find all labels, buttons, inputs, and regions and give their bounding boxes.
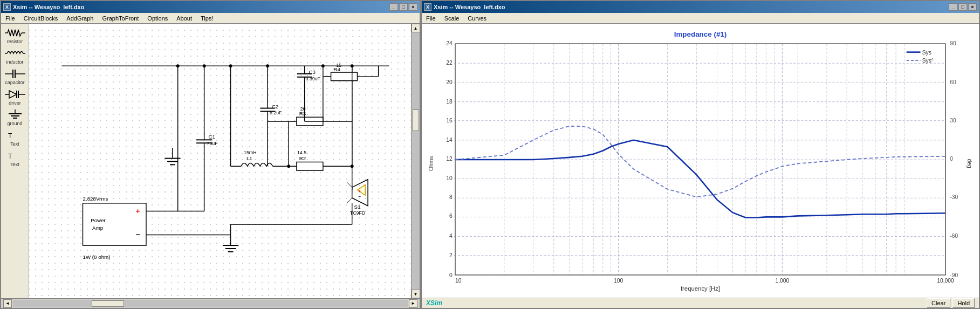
svg-point-98 [203, 64, 206, 67]
comp-text1[interactable]: T Text [3, 128, 28, 148]
menu-scale[interactable]: Scale [442, 14, 462, 23]
scroll-right-btn[interactable]: ► [409, 299, 417, 308]
svg-point-104 [351, 164, 354, 168]
maximize-btn-left[interactable]: □ [399, 3, 408, 11]
menu-addgraph[interactable]: AddGraph [64, 14, 95, 23]
menu-about[interactable]: About [174, 14, 194, 23]
svg-line-86 [347, 182, 352, 188]
close-btn-left[interactable]: × [409, 3, 417, 11]
svg-text:Amp: Amp [92, 225, 104, 231]
scroll-left-btn[interactable]: ◄ [3, 299, 12, 308]
svg-point-102 [351, 64, 354, 67]
svg-text:Ohms: Ohms [428, 156, 434, 171]
menu-file-right[interactable]: File [424, 14, 438, 23]
svg-marker-9 [9, 91, 17, 98]
comp-resistor-label: resistor [7, 39, 23, 44]
impedance-chart: Impedance (#1) .grid-line { stroke: #bbb… [422, 24, 979, 298]
svg-text:10,000: 10,000 [937, 278, 954, 284]
hold-button[interactable]: Hold [952, 298, 975, 308]
svg-text:+: + [135, 207, 140, 215]
comp-resistor[interactable]: resistor [3, 26, 28, 45]
right-content: Impedance (#1) .grid-line { stroke: #bbb… [422, 24, 979, 308]
right-window: X Xsim -- Wesayso_left.dxo _ □ × File Sc… [421, 0, 980, 309]
scroll-down-btn[interactable]: ▼ [412, 290, 420, 298]
circuit-area[interactable]: Power Amp + − 2.828Vrms 1W (8 ohm) [29, 24, 411, 298]
svg-text:14.5: 14.5 [297, 150, 306, 155]
right-title-buttons: _ □ × [949, 3, 977, 11]
svg-text:L1: L1 [246, 155, 252, 161]
svg-text:12: 12 [446, 156, 453, 162]
svg-text:100: 100 [614, 278, 623, 284]
svg-text:Sys: Sys [922, 50, 931, 56]
svg-text:0.39uF: 0.39uF [306, 76, 321, 81]
xsim-label: XSim [426, 299, 442, 307]
comp-inductor[interactable]: inductor [3, 46, 28, 66]
svg-point-101 [321, 64, 325, 67]
svg-point-100 [266, 64, 269, 67]
menu-options-left[interactable]: Options [145, 14, 170, 23]
left-title-buttons: _ □ × [389, 3, 417, 11]
left-window-title: Xsim -- Wesayso_left.dxo [13, 4, 84, 10]
svg-text:60: 60 [950, 79, 956, 85]
comp-ground[interactable]: ground [3, 108, 28, 127]
comp-driver[interactable]: driver [3, 87, 28, 107]
text2-symbol: T [4, 150, 26, 162]
scroll-thumb-v[interactable] [413, 109, 419, 131]
svg-text:10: 10 [446, 175, 453, 181]
clear-button[interactable]: Clear [927, 298, 950, 308]
svg-text:Power: Power [91, 217, 106, 223]
circuit-svg: Power Amp + − 2.828Vrms 1W (8 ohm) [29, 24, 411, 298]
svg-text:16: 16 [446, 118, 453, 123]
svg-text:18: 18 [446, 99, 453, 105]
minimize-btn-left[interactable]: _ [389, 3, 398, 11]
svg-text:15mH: 15mH [244, 150, 256, 155]
text1-symbol: T [4, 129, 26, 141]
svg-text:2.828Vrms: 2.828Vrms [83, 196, 108, 202]
left-title-bar: X Xsim -- Wesayso_left.dxo _ □ × [1, 1, 420, 13]
svg-rect-51 [297, 162, 323, 170]
component-sidebar: resistor inductor [1, 24, 29, 298]
svg-text:S1: S1 [354, 204, 361, 210]
left-title-left: X Xsim -- Wesayso_left.dxo [3, 3, 84, 11]
right-menu-bar: File Scale Curves [422, 13, 979, 24]
svg-text:Impedance (#1): Impedance (#1) [674, 30, 727, 38]
svg-text:-30: -30 [950, 194, 958, 200]
scroll-track-v [412, 32, 420, 290]
svg-text:R2: R2 [299, 155, 306, 161]
svg-text:20: 20 [446, 79, 453, 85]
svg-text:T: T [8, 153, 12, 160]
svg-text:14: 14 [446, 137, 453, 143]
svg-text:0: 0 [449, 272, 453, 278]
app-icon-right: X [424, 3, 431, 11]
comp-text2[interactable]: T Text [3, 149, 28, 168]
svg-text:−: − [135, 231, 140, 239]
scrollbar-vertical[interactable]: ▲ ▼ [411, 24, 420, 298]
svg-text:+: + [358, 189, 361, 194]
comp-capacitor[interactable]: capacitor [3, 67, 28, 86]
left-content: resistor inductor [1, 24, 420, 298]
scroll-up-btn[interactable]: ▲ [412, 24, 420, 32]
scroll-thumb-h[interactable] [92, 300, 124, 307]
maximize-btn-right[interactable]: □ [958, 3, 967, 11]
right-title-bar: X Xsim -- Wesayso_left.dxo _ □ × [422, 1, 979, 13]
menu-curves[interactable]: Curves [465, 14, 489, 23]
svg-point-97 [176, 64, 180, 67]
svg-text:30: 30 [950, 118, 956, 123]
menu-graphtofront[interactable]: GraphToFront [100, 14, 141, 23]
resistor-symbol [4, 27, 26, 39]
app-icon-left: X [3, 3, 11, 11]
svg-text:6: 6 [449, 213, 453, 219]
menu-tips[interactable]: Tips! [198, 14, 215, 23]
svg-text:C3: C3 [309, 69, 315, 75]
svg-text:90: 90 [950, 40, 956, 46]
menu-file-left[interactable]: File [3, 14, 17, 23]
svg-text:C1: C1 [208, 134, 215, 140]
svg-text:22: 22 [446, 60, 453, 66]
minimize-btn-right[interactable]: _ [949, 3, 957, 11]
close-btn-right[interactable]: × [968, 3, 977, 11]
svg-text:−: − [358, 194, 361, 199]
svg-rect-77 [331, 72, 358, 81]
menu-circuitblocks[interactable]: CircuitBlocks [22, 14, 60, 23]
svg-line-87 [347, 198, 352, 203]
svg-text:0: 0 [950, 156, 953, 162]
